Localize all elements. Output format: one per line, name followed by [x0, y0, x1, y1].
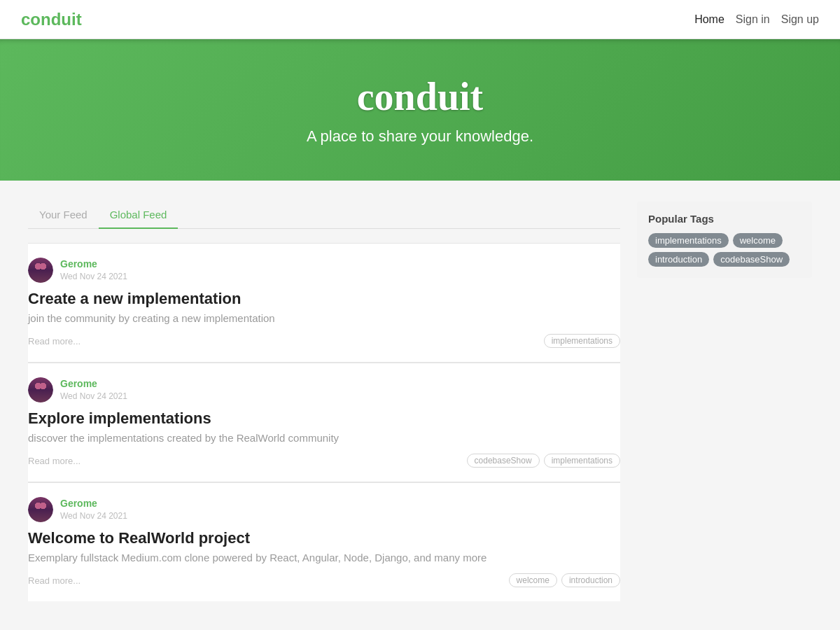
tag-pill-welcome[interactable]: welcome [733, 233, 783, 248]
brand-logo[interactable]: conduit [21, 10, 82, 29]
article-tag[interactable]: implementations [544, 334, 620, 348]
nav-links: Home Sign in Sign up [694, 13, 819, 26]
author-name[interactable]: Gerome [60, 498, 127, 509]
avatar [28, 377, 53, 402]
article-date: Wed Nov 24 2021 [60, 511, 127, 521]
article-date: Wed Nov 24 2021 [60, 272, 127, 281]
meta-info: Gerome Wed Nov 24 2021 [60, 498, 127, 522]
article-footer: Read more... welcome introduction [28, 573, 620, 587]
article-title[interactable]: Create a new implementation [28, 290, 620, 308]
article-card: Gerome Wed Nov 24 2021 Create a new impl… [28, 243, 620, 362]
article-description: discover the implementations created by … [28, 432, 620, 444]
hero-title: conduit [14, 74, 826, 119]
tab-global-feed[interactable]: Global Feed [99, 202, 178, 229]
article-meta: Gerome Wed Nov 24 2021 [28, 377, 620, 402]
article-title[interactable]: Welcome to RealWorld project [28, 529, 620, 547]
navbar: conduit Home Sign in Sign up [0, 0, 840, 39]
article-tag[interactable]: introduction [561, 573, 620, 587]
meta-info: Gerome Wed Nov 24 2021 [60, 378, 127, 402]
avatar [28, 497, 53, 522]
article-description: Exemplary fullstack Medium.com clone pow… [28, 552, 620, 564]
article-tag[interactable]: welcome [509, 573, 557, 587]
article-card: Gerome Wed Nov 24 2021 Explore implement… [28, 363, 620, 482]
tag-pill-introduction[interactable]: introduction [648, 252, 709, 267]
tag-list: welcome introduction [509, 573, 620, 587]
article-meta: Gerome Wed Nov 24 2021 [28, 258, 620, 283]
article-card: Gerome Wed Nov 24 2021 Welcome to RealWo… [28, 482, 620, 601]
tags-cloud: implementations welcome introduction cod… [648, 233, 801, 267]
nav-home[interactable]: Home [694, 13, 724, 26]
feed-tabs: Your Feed Global Feed [28, 202, 620, 229]
article-date: Wed Nov 24 2021 [60, 391, 127, 401]
meta-info: Gerome Wed Nov 24 2021 [60, 258, 127, 282]
article-footer: Read more... implementations [28, 334, 620, 348]
hero-banner: conduit A place to share your knowledge. [0, 39, 840, 181]
author-name[interactable]: Gerome [60, 378, 127, 389]
article-description: join the community by creating a new imp… [28, 312, 620, 324]
sidebar: Popular Tags implementations welcome int… [637, 202, 812, 601]
article-tag[interactable]: implementations [544, 454, 620, 468]
author-name[interactable]: Gerome [60, 258, 127, 270]
article-title[interactable]: Explore implementations [28, 410, 620, 428]
read-more-link[interactable]: Read more... [28, 575, 80, 586]
nav-signin[interactable]: Sign in [736, 13, 770, 26]
nav-signup[interactable]: Sign up [781, 13, 819, 26]
popular-tags-title: Popular Tags [648, 213, 801, 225]
popular-tags-box: Popular Tags implementations welcome int… [637, 202, 812, 278]
tag-list: codebaseShow implementations [467, 454, 620, 468]
tag-pill-implementations[interactable]: implementations [648, 233, 729, 248]
article-footer: Read more... codebaseShow implementation… [28, 454, 620, 468]
avatar [28, 258, 53, 283]
read-more-link[interactable]: Read more... [28, 336, 80, 346]
hero-subtitle: A place to share your knowledge. [14, 127, 826, 146]
feed-section: Your Feed Global Feed Gerome Wed Nov 24 … [28, 202, 620, 601]
tab-your-feed[interactable]: Your Feed [28, 202, 99, 229]
article-meta: Gerome Wed Nov 24 2021 [28, 497, 620, 522]
tag-list: implementations [544, 334, 620, 348]
read-more-link[interactable]: Read more... [28, 456, 80, 466]
main-layout: Your Feed Global Feed Gerome Wed Nov 24 … [14, 202, 826, 601]
tag-pill-codebaseshow[interactable]: codebaseShow [713, 252, 790, 267]
article-tag[interactable]: codebaseShow [467, 454, 540, 468]
